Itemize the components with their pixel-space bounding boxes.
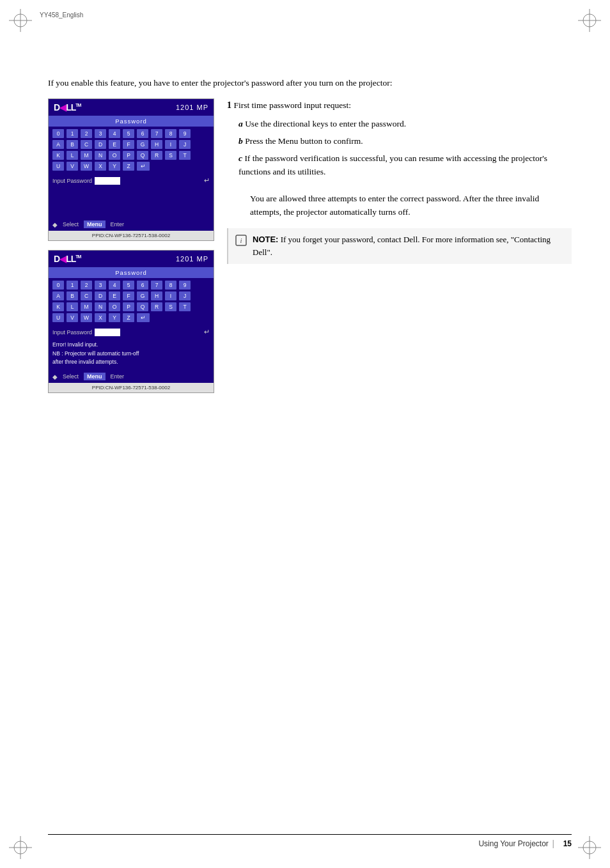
main-content: If you enable this feature, you have to … [48,77,572,393]
screen1-title: Password [49,116,214,127]
key-enter: ↵ [137,162,150,171]
screen2-ppid: PPID:CN-WF136-72571-538-0002 [49,383,214,392]
screen2-input-label: Input Password [52,329,92,336]
key-x: X [95,162,106,171]
screen2-enter-label: Enter [111,373,125,380]
screen2-error-box: Error! Invalid input. NB : Projector wil… [49,337,214,370]
note-body: If you forget your password, contact Del… [253,235,551,257]
s2-key-row-numbers: 0 1 2 3 4 5 6 7 8 9 [52,281,210,290]
screen2-error-line3: after three invalid attempts. [52,358,210,367]
key-t: T [179,151,191,160]
dell-logo-2: D◀LLTM [54,254,81,264]
screen1-message-area [49,186,214,218]
screen1-input-box [95,177,120,185]
key-m: M [81,151,92,160]
key-b: B [66,140,78,149]
step1: 1 First time password input request: [227,98,572,112]
key-w: W [81,162,92,171]
screen2-header: D◀LLTM 1201 MP [49,251,214,267]
svg-text:i: i [240,236,242,244]
key-i: I [165,140,176,149]
screen1-enter-label: Enter [111,221,125,228]
screen1-keyboard: 0 1 2 3 4 5 6 7 8 9 A B C [49,127,214,175]
corner-br-decoration [578,836,601,859]
key-1: 1 [66,129,78,138]
key-7: 7 [151,129,162,138]
key-3: 3 [95,129,106,138]
key-4: 4 [109,129,120,138]
key-s: S [165,151,176,160]
key-n: N [95,151,106,160]
substep-c-text1: If the password verification is successf… [239,153,547,176]
key-c: C [81,140,92,149]
key-row-numbers: 0 1 2 3 4 5 6 7 8 9 [52,129,210,138]
key-q: Q [137,151,148,160]
s2-key-row-k: K L M N O P Q R S T [52,302,210,311]
model-number-2: 1201 MP [176,255,208,263]
key-e: E [109,140,120,149]
note-box: i NOTE: If you forget your password, con… [227,228,572,264]
key-h: H [151,140,162,149]
s2-key-row-a: A B C D E F G H I J [52,291,210,300]
screen2-keyboard: 0 1 2 3 4 5 6 7 8 9 A B C [49,278,214,327]
substep-b-text: Press the Menu button to confirm. [245,136,363,146]
key-5: 5 [123,129,134,138]
steps-column: 1 First time password input request: a U… [227,98,572,264]
footer-section-text: Using Your Projector [478,839,548,848]
screen1-ppid: PPID:CN-WF136-72571-538-0002 [49,231,214,240]
screen2-error-line1: Error! Invalid input. [52,341,210,350]
screen2-select-label: Select [63,373,79,380]
page-footer: Using Your Projector | 15 [48,834,572,849]
key-8: 8 [165,129,176,138]
intro-paragraph: If you enable this feature, you have to … [48,77,572,89]
screen1-enter-icon: ↵ [204,176,210,185]
note-icon: i [235,234,247,247]
key-2: 2 [81,129,92,138]
screenshots-column: D◀LLTM 1201 MP Password 0 1 2 3 4 5 6 7 [48,98,214,393]
substep-a-text: Use the directional keys to enter the pa… [245,119,406,128]
key-z: Z [123,162,134,171]
dell-logo-1: D◀LLTM [54,102,81,112]
model-number-1: 1201 MP [176,104,208,111]
note-text: NOTE: If you forget your password, conta… [253,233,565,259]
screen2-select-icon: ◆ [52,373,58,380]
substep-c-label: c [239,153,242,163]
screen1-menu-button: Menu [84,221,106,228]
screen1-input-label: Input Password [52,178,92,184]
key-v: V [66,162,78,171]
substep-c: c If the password verification is succes… [239,152,572,219]
screen1-select-label: Select [63,221,79,228]
key-9: 9 [179,129,191,138]
key-o: O [109,151,120,160]
key-g: G [137,140,148,149]
two-column-layout: D◀LLTM 1201 MP Password 0 1 2 3 4 5 6 7 [48,98,572,393]
key-p: P [123,151,134,160]
projector-screen-2: D◀LLTM 1201 MP Password 0 1 2 3 4 5 6 7 [48,250,214,393]
screen2-input-row: Input Password ↵ [49,327,214,337]
key-u: U [52,162,64,171]
step1-desc: First time password input request: [233,100,351,110]
note-label: NOTE: [253,235,278,244]
corner-tl-decoration [9,9,32,32]
document-id: YY458_English [40,12,83,19]
screen1-footer: ◆ Select Menu Enter [49,218,214,231]
screen2-title: Password [49,267,214,278]
key-6: 6 [137,129,148,138]
key-k: K [52,151,64,160]
key-r: R [151,151,162,160]
key-row-u: U V W X Y Z ↵ [52,162,210,171]
screen2-menu-button: Menu [84,373,106,380]
screen2-footer: ◆ Select Menu Enter [49,370,214,383]
corner-tr-decoration [578,9,601,32]
substep-c-text2: You are allowed three attempts to enter … [250,192,572,219]
key-row-a: A B C D E F G H I J [52,140,210,149]
corner-bl-decoration [9,836,32,859]
screen2-enter-icon: ↵ [204,328,210,336]
step1-number: 1 [227,100,231,110]
s2-key-row-u: U V W X Y Z ↵ [52,313,210,322]
key-l: L [66,151,78,160]
key-a: A [52,140,64,149]
screen1-input-row: Input Password ↵ [49,175,214,186]
screen1-select-icon: ◆ [52,221,58,228]
substep-a-label: a [239,119,243,128]
